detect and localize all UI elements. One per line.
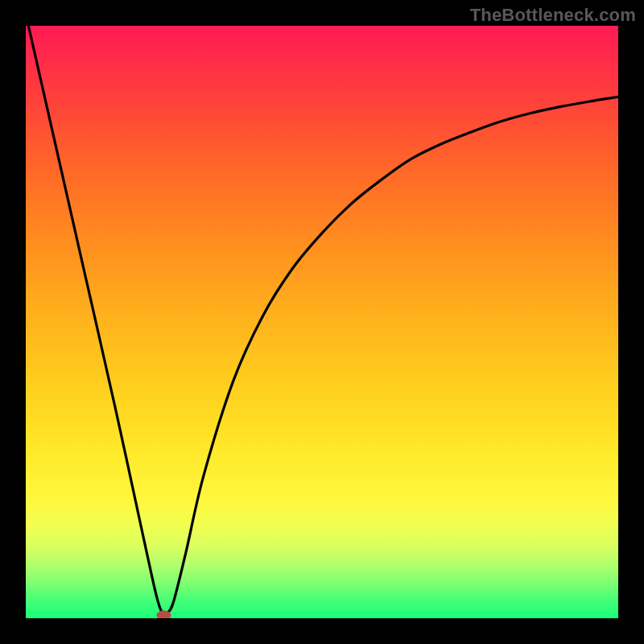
bottleneck-curve — [26, 26, 618, 614]
chart-plot-area — [26, 26, 618, 618]
chart-frame: TheBottleneck.com — [0, 0, 644, 644]
chart-curve-svg — [26, 26, 618, 618]
watermark-label: TheBottleneck.com — [470, 5, 636, 26]
